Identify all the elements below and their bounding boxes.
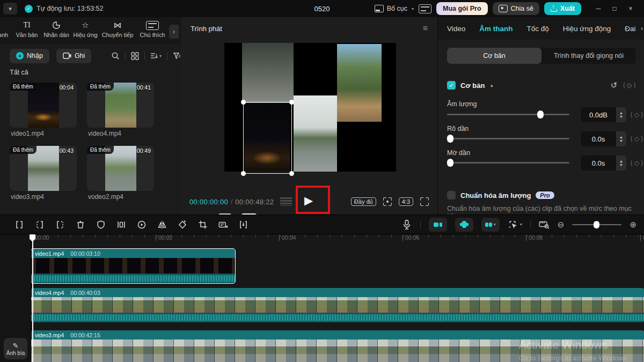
- volume-slider[interactable]: [447, 110, 569, 118]
- fade-in-slider-thumb[interactable]: [447, 135, 453, 143]
- media-item-vodeo2[interactable]: Đã thêm 00:49: [87, 146, 154, 191]
- resize-handle-bl[interactable]: [241, 171, 246, 176]
- fade-out-slider-thumb[interactable]: [447, 159, 453, 167]
- subtab-voice-changer[interactable]: Trình thay đổi giọng nói: [541, 48, 636, 64]
- fade-out-slider[interactable]: [447, 159, 569, 166]
- caption-tool-icon[interactable]: [238, 219, 249, 230]
- timeline-clip-video4[interactable]: video4.mp4 00:00:40:03: [31, 288, 644, 322]
- search-icon[interactable]: [111, 51, 120, 60]
- reset-icon[interactable]: ↺: [611, 80, 618, 90]
- basic-checkbox[interactable]: ✓: [447, 81, 456, 90]
- preview-clip-gray-road[interactable]: [242, 43, 294, 103]
- selection-box[interactable]: [243, 102, 292, 174]
- captions-button[interactable]: [419, 4, 431, 13]
- preview-clip-white-road[interactable]: [294, 95, 337, 172]
- flip-icon[interactable]: [157, 219, 167, 230]
- fade-in-value-group: 0.0s ▲▼ ⟨◇⟩: [581, 131, 643, 146]
- link-toggle[interactable]: ▾: [481, 218, 500, 232]
- volume-value-group: 0.0dB ▲▼ ⟨◇⟩: [581, 107, 643, 122]
- minimize-button[interactable]: ─: [590, 2, 606, 16]
- resize-handle-tl[interactable]: [241, 100, 246, 105]
- resize-handle-tr[interactable]: [289, 100, 294, 105]
- zoom-slider-thumb[interactable]: [594, 221, 599, 228]
- fit-mode-button[interactable]: Đầy đủ: [351, 197, 376, 206]
- tab-video[interactable]: Video: [447, 25, 465, 33]
- preview-canvas[interactable]: [224, 43, 396, 172]
- close-button[interactable]: ×: [623, 2, 639, 16]
- volume-value[interactable]: 0.0dB: [581, 107, 616, 122]
- transition-icon: ⋈: [114, 20, 122, 30]
- focus-zoom-icon[interactable]: [383, 197, 392, 206]
- extract-text-icon[interactable]: [218, 219, 229, 230]
- resize-handle-br[interactable]: [289, 171, 294, 176]
- select-tool-dropdown[interactable]: ▾: [508, 220, 522, 230]
- timeline-clip-video1[interactable]: video1.mp4 00:00:03:10: [31, 249, 235, 283]
- media-item-video3[interactable]: Đã thêm 00:43: [10, 146, 77, 191]
- keyframe-controls[interactable]: ⟨◇⟩: [630, 159, 643, 167]
- playhead[interactable]: [32, 234, 33, 362]
- menu-chevron-button[interactable]: ▾: [3, 3, 17, 14]
- tabstrip-expand-button[interactable]: ›: [169, 25, 179, 39]
- keyframe-controls[interactable]: ⟨◇⟩: [623, 82, 636, 89]
- collapse-icon[interactable]: ▲: [489, 83, 494, 88]
- tab-speed[interactable]: Tốc độ: [527, 25, 549, 33]
- preview-axis-icon[interactable]: [539, 219, 550, 230]
- cover-button[interactable]: ✎ Ảnh bìa: [4, 338, 27, 359]
- rotate-icon[interactable]: [177, 219, 188, 230]
- split-icon[interactable]: [14, 219, 25, 230]
- clip-name: video3.mp4: [35, 332, 64, 338]
- keyframe-controls[interactable]: ⟨◇⟩: [630, 135, 643, 143]
- delete-icon[interactable]: [75, 219, 86, 230]
- crop-icon[interactable]: [197, 219, 208, 230]
- layout-dropdown[interactable]: Bố cục ▾: [375, 5, 414, 12]
- media-item-video1[interactable]: Đã thêm 00:04: [10, 83, 77, 128]
- caption-card-icon: [146, 20, 159, 30]
- tab-audio[interactable]: Âm thanh: [479, 25, 513, 33]
- maximize-button[interactable]: □: [606, 2, 623, 16]
- fade-out-stepper[interactable]: ▲▼: [616, 156, 626, 171]
- share-button[interactable]: Chia sẻ: [493, 2, 539, 15]
- buy-pro-button[interactable]: Mua gói Pro: [436, 2, 488, 15]
- zoom-in-icon[interactable]: ⊕: [630, 220, 636, 230]
- zoom-out-icon[interactable]: ⊖: [558, 220, 565, 230]
- tab-animation[interactable]: Hiệu ứng động: [563, 25, 611, 33]
- timeline: 00:00 00:02 00:04 00:06 00:08 00:10 vide…: [0, 233, 644, 362]
- volume-slider-thumb[interactable]: [537, 110, 544, 119]
- normalize-checkbox[interactable]: [447, 191, 456, 200]
- record-voiceover-icon[interactable]: [401, 219, 412, 230]
- fade-in-value[interactable]: 0.0s: [581, 131, 616, 146]
- tab-captions[interactable]: Chú thích: [134, 20, 171, 38]
- tab-overflow-partial[interactable]: Đai: [625, 25, 635, 33]
- media-item-video4[interactable]: Đã thêm 00:41: [87, 83, 154, 128]
- sort-dropdown[interactable]: ▾: [150, 52, 162, 60]
- keyframe-controls[interactable]: ⟨◇⟩: [630, 111, 643, 119]
- tab-transitions[interactable]: ⋈ Chuyển tiếp: [99, 20, 136, 38]
- record-button[interactable]: Ghi: [56, 49, 91, 63]
- import-button[interactable]: + Nhập: [10, 49, 49, 63]
- timeline-clip-video3[interactable]: video3.mp4 00:00:42:15: [31, 330, 644, 362]
- subtab-basic[interactable]: Cơ bản: [447, 48, 541, 64]
- volume-stepper[interactable]: ▲▼: [616, 107, 626, 122]
- fade-in-stepper[interactable]: ▲▼: [616, 131, 626, 146]
- export-button[interactable]: Xuất: [544, 2, 581, 15]
- split-delete-right-icon[interactable]: [55, 219, 65, 230]
- split-delete-left-icon[interactable]: [34, 219, 45, 230]
- player-menu-icon[interactable]: ≡: [423, 24, 428, 33]
- speed-icon[interactable]: [136, 219, 147, 230]
- snap-left-toggle[interactable]: [429, 218, 447, 232]
- mask-icon[interactable]: [96, 219, 106, 230]
- mirror-frames-icon[interactable]: [116, 219, 127, 230]
- fade-in-slider[interactable]: [447, 135, 569, 142]
- filter-all-label[interactable]: Tất cả: [10, 69, 28, 76]
- tabs-expand-button[interactable]: ›: [641, 24, 643, 32]
- aspect-ratio-button[interactable]: 4:3: [399, 197, 413, 206]
- frame-pages-icon[interactable]: [280, 197, 292, 206]
- timeline-zoom-slider[interactable]: [572, 221, 621, 228]
- grid-view-icon[interactable]: [131, 52, 139, 60]
- preview-clip-trees[interactable]: [337, 44, 382, 122]
- timeline-ruler[interactable]: 00:00 00:02 00:04 00:06 00:08 00:10: [31, 233, 644, 245]
- auto-ripple-toggle[interactable]: [455, 218, 473, 232]
- fade-out-value[interactable]: 0.0s: [581, 156, 616, 171]
- fullscreen-icon[interactable]: [420, 197, 429, 206]
- player-panel: Trình phát ≡ 00:00:00:00 / 00:00:48:22 ▶…: [181, 17, 438, 215]
